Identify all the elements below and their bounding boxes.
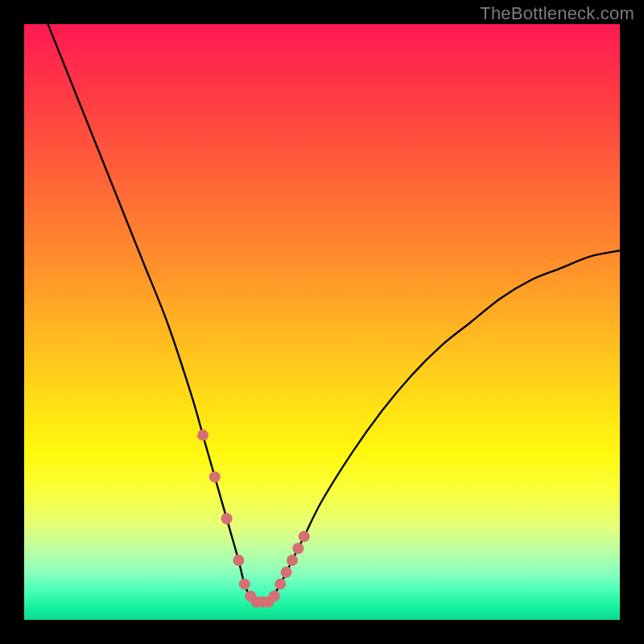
sweet-spot-dot bbox=[221, 513, 233, 524]
sweet-spot-dot bbox=[239, 579, 250, 590]
sweet-spot-dot bbox=[299, 530, 310, 542]
watermark-text: TheBottleneck.com bbox=[480, 3, 634, 24]
sweet-spot-dot bbox=[269, 590, 280, 601]
sweet-spot-dot bbox=[287, 555, 298, 566]
sweet-spot-dot bbox=[281, 567, 292, 578]
sweet-spot-dots bbox=[197, 430, 310, 608]
sweet-spot-dot bbox=[209, 471, 221, 482]
bottleneck-curve-path bbox=[24, 24, 620, 605]
curve-layer bbox=[24, 24, 620, 620]
sweet-spot-dot bbox=[292, 543, 303, 554]
sweet-spot-dot bbox=[275, 579, 286, 590]
sweet-spot-dot bbox=[197, 430, 208, 441]
plot-area bbox=[24, 24, 620, 620]
chart-stage: TheBottleneck.com bbox=[0, 0, 644, 644]
sweet-spot-dot bbox=[233, 555, 244, 566]
